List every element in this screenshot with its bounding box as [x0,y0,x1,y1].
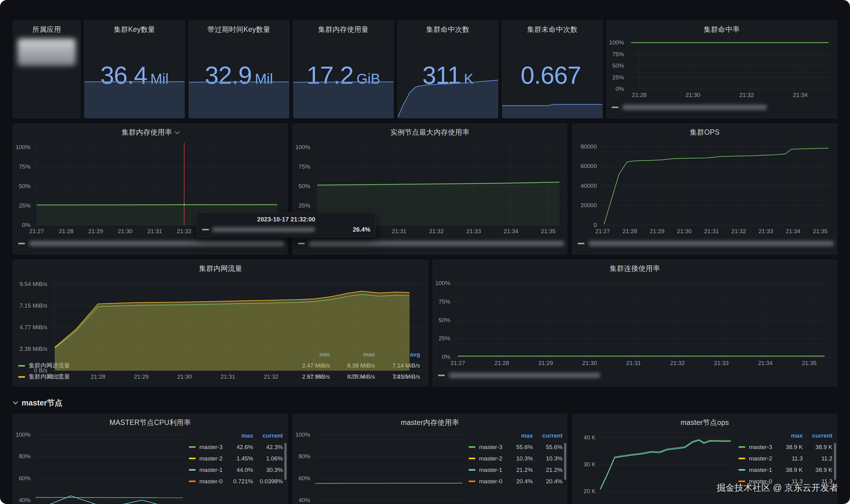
svg-text:21:34: 21:34 [504,228,518,234]
panel-title[interactable]: 集群未命中次数 [502,21,603,36]
legend-row[interactable]: master-138.9 K38.9 K [739,464,832,475]
svg-text:100%: 100% [15,431,31,438]
panel-title[interactable]: 集群连接使用率 [433,260,837,275]
panel-title-text: 集群内网流量 [199,264,242,273]
svg-text:80000: 80000 [580,143,597,150]
svg-text:21:34: 21:34 [758,360,773,366]
series-swatch [189,469,196,471]
panel-title-text: 集群内存使用量 [318,25,368,34]
legend-label-redacted [589,241,834,246]
stat-sparkline [84,76,185,118]
svg-text:21:35: 21:35 [394,373,408,380]
svg-text:21:30: 21:30 [677,228,692,234]
svg-text:75%: 75% [439,298,450,305]
svg-text:50%: 50% [439,317,450,323]
chart-svg: 0%25%50%75%100%21:2721:2821:2921:3021:31… [433,275,837,368]
panel-title[interactable]: master节点ops [573,414,837,429]
svg-text:7.15 MiB/s: 7.15 MiB/s [19,302,47,309]
series-swatch [202,229,209,230]
legend-row[interactable]: master-21.45%1.06% [189,453,283,464]
legend-scrollbar[interactable] [834,443,836,480]
legend-header: maxcurrent [189,430,283,441]
svg-text:100%: 100% [295,431,310,438]
legend[interactable] [607,100,837,118]
svg-text:21:29: 21:29 [134,373,149,380]
conn-chart[interactable]: 0%25%50%75%100%21:2721:2821:2921:3021:31… [433,275,837,368]
tooltip-value: 26.4% [353,226,370,233]
legend[interactable] [293,236,567,254]
legend-row[interactable]: master-121.2%21.2% [469,464,562,475]
panel-title[interactable]: 集群内存使用量 [293,21,394,36]
series-swatch [739,446,745,448]
hit-rate-chart[interactable]: 0%25%50%75%100%21:2821:3021:3221:34 [607,36,837,100]
svg-text:21:34: 21:34 [793,92,808,98]
panel-title-text: 集群命中次数 [426,25,469,34]
legend[interactable] [13,236,287,254]
panel-title-text: 带过期时间Key数量 [207,25,271,34]
svg-text:40 K: 40 K [584,434,596,441]
panel-title[interactable]: 集群内网流量 [13,260,428,275]
chevron-down-icon[interactable] [174,129,179,134]
legend-row[interactable]: master-355.6%55.6% [469,441,562,453]
legend-scrollbar[interactable] [284,443,287,480]
panel-title[interactable]: 集群OPS [573,124,837,139]
panel-title[interactable]: 集群Key数量 [84,21,185,36]
legend[interactable] [433,368,837,386]
legend-row[interactable]: master-00.721%0.0398% [189,475,283,487]
legend-row[interactable]: master-338.9 K38.9 K [739,441,832,453]
master-ops-legend: maxcurrentmaster-338.9 K38.9 Kmaster-211… [739,430,832,487]
panel-title[interactable]: MASTER节点CPU利用率 [13,414,287,429]
grafana-dashboard: 所属应用 集群Key数量 36.4Mil 带过期时间Key数量 32.9Mil … [0,0,850,504]
panel-title-text: 实例节点最大内存使用率 [391,128,469,137]
legend-row[interactable]: master-342.6%42.3% [189,441,283,453]
tooltip-series-row: 26.4% [202,226,370,233]
svg-text:50%: 50% [299,183,310,189]
svg-text:20 K: 20 K [584,488,596,494]
svg-text:40%: 40% [299,497,310,503]
master-ops-chart[interactable]: 40 K30 K20 K [573,429,739,504]
master-cpu-legend: maxcurrentmaster-342.6%42.3%master-21.45… [189,430,283,487]
panel-mem-used: 集群内存使用量 17.2GiB [293,21,394,118]
panel-title[interactable]: 集群内存使用率 [13,124,287,139]
panel-title[interactable]: 集群命中次数 [398,21,498,36]
ops-chart[interactable]: 02000040000600008000021:2721:2821:2921:3… [573,139,837,236]
legend-row[interactable]: master-210.3%10.3% [469,453,562,464]
panel-misses: 集群未命中次数 0.667 [502,21,603,118]
stat-sparkline [398,76,498,118]
svg-text:0: 0 [593,222,597,228]
chart-svg: 0 B/s2.38 MiB/s4.77 MiB/s7.15 MiB/s9.54 … [13,275,428,382]
master-cpu-chart[interactable]: 100%80%60%40%20% [13,429,189,504]
chart-svg [189,76,289,118]
chart-svg: 40 K30 K20 K [573,429,739,504]
legend-row[interactable]: master-144.0%30.3% [189,464,283,475]
traffic-chart[interactable]: 0 B/s2.38 MiB/s4.77 MiB/s7.15 MiB/s9.54 … [13,275,428,348]
svg-text:21:28: 21:28 [632,92,647,98]
legend[interactable] [573,236,837,254]
chart-svg [293,76,394,118]
panel-title[interactable]: 所属应用 [13,21,80,36]
tooltip-time: 2023-10-17 21:32:00 [202,216,370,223]
panel-body: 100%80%60%40%20% maxcurrentmaster-342.6%… [13,429,287,504]
svg-text:75%: 75% [19,163,31,170]
legend-label-redacted [29,241,284,246]
panel-title[interactable]: 实例节点最大内存使用率 [293,124,567,139]
legend-row[interactable]: master-020.4%20.4% [469,475,562,487]
svg-text:21:32: 21:32 [731,228,746,234]
legend-header: maxcurrent [469,430,562,441]
svg-text:21:27: 21:27 [450,360,465,366]
svg-text:21:32: 21:32 [429,228,444,234]
legend-scrollbar[interactable] [564,443,566,480]
legend-row[interactable]: master-211.311.2 [739,453,832,464]
app-name-redacted [18,39,76,66]
panel-title[interactable]: 带过期时间Key数量 [189,21,289,36]
svg-text:21:33: 21:33 [466,228,481,234]
svg-text:21:32: 21:32 [264,373,278,380]
panel-title[interactable]: master内存使用率 [293,414,567,429]
svg-text:60000: 60000 [580,163,597,169]
row-header-master[interactable]: master节点 [14,398,63,408]
series-swatch [612,107,619,108]
svg-text:21:35: 21:35 [813,228,828,234]
master-mem-chart[interactable]: 100%80%60%40%20% [293,429,469,504]
series-swatch [189,458,196,459]
panel-title[interactable]: 集群命中率 [607,21,837,36]
